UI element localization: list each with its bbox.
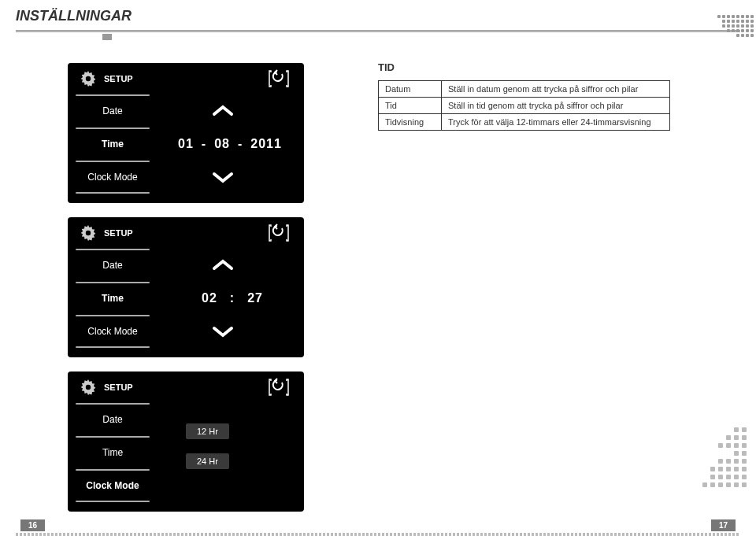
footer-bar (16, 533, 740, 536)
setup-panel-clock-mode: SETUP Date Time Clock Mode 12 Hr 24 Hr (68, 372, 304, 512)
tid-label: Datum (379, 81, 442, 98)
date-day: 01 (178, 137, 194, 151)
page-number-right: 17 (711, 519, 736, 531)
setup-label: SETUP (104, 228, 133, 238)
side-menu: Date Time Clock Mode (68, 94, 158, 194)
time-value[interactable]: 02 : 27 (202, 291, 263, 305)
tid-table: DatumStäll in datum genom att trycka på … (378, 80, 670, 131)
time-sep: : (230, 291, 235, 305)
menu-item-clock-mode[interactable]: Clock Mode (68, 161, 158, 194)
tid-desc: Ställ in datum genom att trycka på siffr… (442, 81, 670, 98)
menu-item-label: Date (102, 105, 122, 116)
menu-item-label: Clock Mode (87, 172, 137, 183)
back-icon[interactable] (268, 378, 290, 397)
divider (16, 30, 740, 32)
menu-item-label: Clock Mode (86, 480, 139, 491)
tid-desc: Tryck för att välja 12-timmars eller 24-… (442, 114, 670, 131)
mode-12hr-button[interactable]: 12 Hr (186, 423, 229, 439)
back-icon[interactable] (268, 224, 290, 242)
menu-item-clock-mode[interactable]: Clock Mode (68, 469, 158, 502)
svg-point-3 (86, 385, 91, 390)
table-row: TidvisningTryck för att välja 12-timmars… (379, 114, 670, 131)
menu-item-label: Time (102, 293, 124, 304)
table-row: DatumStäll in datum genom att trycka på … (379, 81, 670, 98)
tid-label: Tidvisning (379, 114, 442, 131)
decoration-dots-bottom (701, 426, 748, 489)
decoration-dots-top (707, 14, 754, 38)
menu-item-label: Clock Mode (87, 326, 137, 337)
side-menu: Date Time Clock Mode (68, 403, 158, 502)
gear-icon (79, 224, 98, 242)
setup-label: SETUP (104, 74, 133, 83)
menu-item-label: Time (102, 447, 123, 458)
setup-label: SETUP (104, 383, 133, 392)
setup-panel-time: SETUP Date Time Clock Mode 02 : 27 (68, 217, 304, 357)
menu-item-time[interactable]: Time (68, 282, 158, 315)
menu-item-label: Time (102, 139, 124, 150)
time-hour: 02 (202, 291, 217, 305)
page-number-left: 16 (20, 519, 45, 531)
chevron-down-icon[interactable] (209, 170, 236, 186)
date-sep: - (202, 137, 206, 151)
back-icon[interactable] (268, 69, 290, 88)
clock-mode-options: 12 Hr 24 Hr (186, 423, 229, 469)
setup-panel-date: SETUP Date Time Clock Mode 01 - 08 - 201… (68, 63, 304, 203)
svg-point-2 (86, 231, 91, 235)
side-menu: Date Time Clock Mode (68, 249, 158, 348)
time-minute: 27 (247, 291, 263, 305)
divider-accent (102, 34, 112, 40)
menu-item-date[interactable]: Date (68, 249, 158, 282)
menu-item-date[interactable]: Date (68, 403, 158, 436)
menu-item-label: Date (102, 414, 122, 425)
tid-desc: Ställ in tid genom att trycka på siffror… (442, 98, 670, 114)
gear-icon (79, 378, 98, 397)
chevron-up-icon[interactable] (209, 102, 236, 118)
date-sep: - (238, 137, 243, 151)
mode-24hr-button[interactable]: 24 Hr (186, 453, 229, 469)
menu-item-clock-mode[interactable]: Clock Mode (68, 315, 158, 348)
menu-item-time[interactable]: Time (68, 436, 158, 469)
svg-point-1 (86, 76, 91, 81)
chevron-up-icon[interactable] (209, 257, 236, 272)
table-row: TidStäll in tid genom att trycka på siff… (379, 98, 670, 114)
date-value[interactable]: 01 - 08 - 2011 (178, 137, 282, 151)
tid-heading: TID (378, 61, 395, 73)
page-title: INSTÄLLNINGAR (16, 8, 132, 24)
gear-icon (79, 69, 98, 88)
menu-item-label: Date (102, 260, 122, 271)
date-year: 2011 (250, 137, 282, 151)
date-month: 08 (214, 137, 230, 151)
menu-item-date[interactable]: Date (68, 94, 158, 128)
menu-item-time[interactable]: Time (68, 128, 158, 161)
chevron-down-icon[interactable] (209, 324, 236, 340)
tid-label: Tid (379, 98, 442, 114)
